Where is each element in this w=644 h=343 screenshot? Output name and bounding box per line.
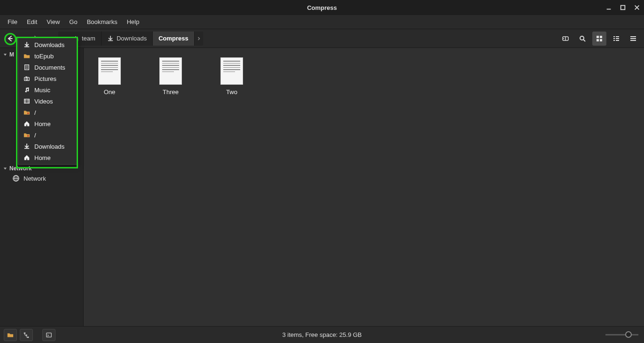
history-item-home[interactable]: Home	[18, 118, 78, 129]
video-icon	[23, 97, 31, 105]
file-label: Two	[226, 88, 237, 96]
history-item-root[interactable]: /	[18, 107, 78, 118]
file-item[interactable]: Three	[154, 57, 187, 96]
zoom-slider[interactable]	[605, 334, 638, 335]
nav-back-button[interactable]	[4, 32, 16, 45]
history-item-home[interactable]: Home	[18, 152, 78, 163]
status-text: 3 items, Free space: 25.9 GB	[282, 331, 361, 338]
file-item[interactable]: Two	[215, 57, 248, 96]
menubar: File Edit View Go Bookmarks Help	[0, 15, 644, 29]
home-icon	[23, 120, 31, 128]
folder-root-icon	[23, 131, 31, 139]
places-toggle-button[interactable]	[4, 329, 17, 341]
history-item-pictures[interactable]: Pictures	[18, 73, 78, 84]
menu-help[interactable]: Help	[123, 16, 143, 27]
history-item-videos[interactable]: Videos	[18, 96, 78, 107]
text-file-icon	[98, 57, 121, 85]
sidebar-item-network[interactable]: Network	[0, 173, 83, 183]
history-item-label: Videos	[34, 98, 53, 105]
triangle-down-icon	[3, 166, 8, 171]
music-icon	[23, 86, 31, 94]
view-list-button[interactable]	[609, 32, 623, 46]
triangle-down-icon	[3, 52, 8, 57]
menu-go[interactable]: Go	[65, 16, 81, 27]
breadcrumb-label: team	[82, 35, 95, 42]
minimize-button[interactable]	[605, 3, 613, 12]
history-item-label: Home	[34, 154, 51, 161]
file-item[interactable]: One	[93, 57, 126, 96]
toggle-location-button[interactable]	[558, 32, 573, 46]
breadcrumb: team Downloads Compress	[58, 32, 203, 46]
toolbar: team Downloads Compress	[0, 29, 644, 48]
file-label: Three	[163, 88, 179, 96]
breadcrumb-label: Compress	[158, 35, 188, 42]
back-history-menu: Downloads toEpub Documents Pictures Musi…	[18, 38, 78, 165]
history-item-downloads[interactable]: Downloads	[18, 39, 78, 50]
folder-icon	[23, 52, 31, 60]
history-item-label: toEpub	[34, 53, 54, 60]
history-item-label: /	[34, 109, 36, 116]
breadcrumb-downloads[interactable]: Downloads	[102, 32, 153, 46]
history-item-label: Documents	[34, 64, 65, 71]
history-item-label: /	[34, 132, 36, 139]
history-item-label: Downloads	[34, 41, 64, 48]
history-item-documents[interactable]: Documents	[18, 62, 78, 73]
view-compact-button[interactable]	[626, 32, 640, 46]
sidebar-section-network[interactable]: Network	[0, 164, 83, 173]
sidebar-section-label: M	[9, 51, 14, 58]
history-item-label: Downloads	[34, 143, 64, 150]
file-label: One	[104, 88, 116, 96]
history-item-downloads[interactable]: Downloads	[18, 141, 78, 152]
home-icon	[23, 154, 31, 161]
menu-edit[interactable]: Edit	[23, 16, 41, 27]
camera-icon	[23, 75, 31, 82]
titlebar: Compress	[0, 0, 644, 15]
history-item-toepub[interactable]: toEpub	[18, 50, 78, 62]
breadcrumb-label: Downloads	[117, 35, 147, 42]
search-button[interactable]	[575, 32, 589, 46]
history-item-label: Home	[34, 120, 51, 128]
treeview-toggle-button[interactable]	[20, 329, 33, 341]
sidebar-section-label: Network	[9, 165, 31, 172]
menu-bookmarks[interactable]: Bookmarks	[83, 16, 121, 27]
text-file-icon	[220, 57, 243, 85]
window-title: Compress	[307, 4, 337, 11]
text-file-icon	[159, 57, 182, 85]
folder-root-icon	[23, 109, 31, 116]
maximize-button[interactable]	[619, 3, 627, 12]
history-item-label: Pictures	[34, 75, 56, 82]
globe-icon	[12, 175, 20, 182]
statusbar: 3 items, Free space: 25.9 GB	[0, 326, 644, 343]
sidebar-item-label: Network	[24, 175, 46, 182]
breadcrumb-next-icon[interactable]	[195, 36, 203, 41]
breadcrumb-compress[interactable]: Compress	[153, 32, 195, 46]
document-icon	[23, 64, 31, 71]
menu-file[interactable]: File	[4, 16, 21, 27]
terminal-button[interactable]	[42, 329, 55, 341]
download-icon	[23, 41, 31, 48]
download-icon	[23, 143, 31, 150]
download-icon	[107, 35, 114, 42]
menu-view[interactable]: View	[43, 16, 63, 27]
history-item-root[interactable]: /	[18, 129, 78, 141]
view-grid-button[interactable]	[592, 32, 606, 46]
window-controls	[605, 0, 641, 15]
close-button[interactable]	[633, 3, 641, 12]
history-item-music[interactable]: Music	[18, 84, 78, 96]
file-view[interactable]: One Three Two	[84, 48, 644, 326]
history-item-label: Music	[34, 87, 50, 94]
icon-grid: One Three Two	[93, 57, 635, 96]
